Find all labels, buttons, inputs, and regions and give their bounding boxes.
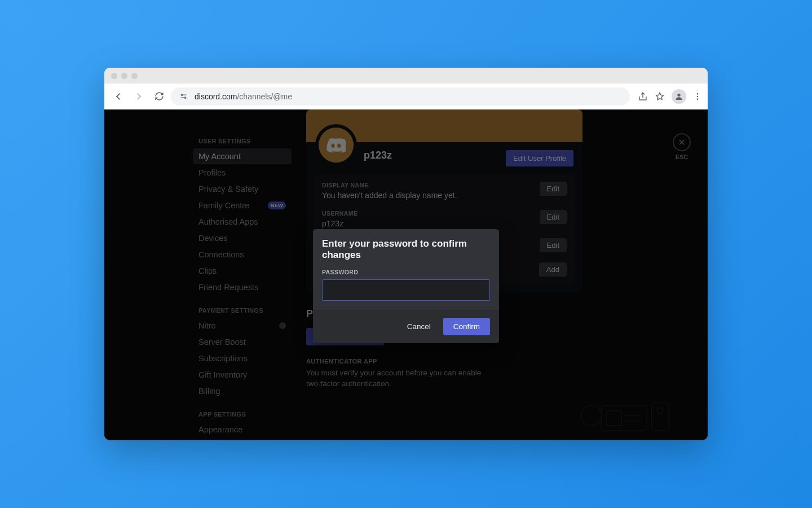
settings-sidebar: USER SETTINGSMy AccountProfilesPrivacy &…	[193, 134, 292, 440]
svg-point-7	[697, 98, 699, 100]
authenticator-app-description: You must verify your account before you …	[306, 368, 492, 389]
field-value: You haven't added a display name yet.	[322, 191, 457, 200]
sidebar-item[interactable]: Clips	[193, 263, 292, 279]
sidebar-section-header: USER SETTINGS	[193, 134, 292, 148]
sidebar-item[interactable]: Billing	[193, 383, 292, 399]
nitro-gem-icon	[279, 322, 286, 329]
field-value: p123z	[322, 219, 358, 228]
sidebar-item-label: Clips	[198, 266, 217, 275]
back-button[interactable]	[110, 88, 127, 105]
browser-profile-icon[interactable]	[672, 89, 686, 104]
new-badge: NEW	[268, 202, 286, 209]
sidebar-item[interactable]: Nitro	[193, 318, 292, 334]
sidebar-item-label: Nitro	[198, 321, 216, 330]
sidebar-item[interactable]: Family CentreNEW	[193, 198, 292, 213]
sidebar-item-label: Gift Inventory	[198, 370, 247, 379]
share-icon[interactable]	[638, 91, 648, 102]
sidebar-item-label: Devices	[198, 234, 228, 243]
sidebar-item[interactable]: Server Boost	[193, 334, 292, 350]
profile-avatar[interactable]	[315, 124, 357, 166]
profile-field-row: USERNAMEp123zEdit	[322, 210, 567, 228]
desktop-background: discord.com/channels/@me USER SETTINGSMy…	[11, 11, 801, 497]
sidebar-item-label: Appearance	[198, 425, 242, 434]
cancel-button[interactable]: Cancel	[399, 318, 439, 335]
decorative-illustration	[576, 391, 677, 436]
traffic-light-close[interactable]	[111, 73, 117, 79]
password-field-label: PASSWORD	[322, 269, 490, 275]
svg-point-10	[581, 406, 602, 426]
confirm-button[interactable]: Confirm	[443, 318, 490, 335]
sidebar-item[interactable]: Authorised Apps	[193, 214, 292, 230]
svg-point-5	[697, 93, 699, 95]
sidebar-item-label: Subscriptions	[198, 354, 248, 363]
traffic-light-max[interactable]	[131, 73, 138, 79]
esc-label: ESC	[673, 154, 691, 160]
sidebar-item-label: Privacy & Safety	[198, 185, 258, 194]
sidebar-item[interactable]: Appearance	[193, 422, 292, 437]
svg-point-4	[677, 93, 680, 96]
sidebar-item[interactable]: Subscriptions	[193, 351, 292, 366]
field-edit-button[interactable]: Edit	[540, 238, 567, 252]
sidebar-section-header: APP SETTINGS	[193, 408, 292, 421]
svg-point-0	[181, 94, 183, 96]
svg-point-2	[184, 97, 186, 99]
site-settings-icon[interactable]	[178, 91, 189, 102]
svg-rect-9	[606, 411, 621, 426]
sidebar-item[interactable]: Profiles	[193, 165, 292, 181]
sidebar-item-label: Server Boost	[198, 338, 246, 347]
sidebar-item-label: Billing	[198, 387, 220, 396]
settings-sidebar-column: USER SETTINGSMy AccountProfilesPrivacy &…	[104, 110, 296, 440]
password-confirm-modal: Enter your password to confirm changes P…	[313, 229, 499, 343]
traffic-light-min[interactable]	[121, 73, 127, 79]
sidebar-item-label: Family Centre	[198, 201, 249, 210]
password-input[interactable]	[322, 279, 490, 301]
url-host: discord.com/channels/@me	[195, 92, 292, 101]
bookmark-star-icon[interactable]	[655, 91, 665, 102]
address-bar[interactable]: discord.com/channels/@me	[171, 87, 630, 106]
sidebar-item-label: Friend Requests	[198, 283, 258, 292]
sidebar-item[interactable]: Privacy & Safety	[193, 181, 292, 197]
authenticator-app-label: AUTHENTICATOR APP	[306, 358, 687, 365]
svg-point-6	[697, 95, 699, 97]
field-edit-button[interactable]: Edit	[540, 182, 567, 196]
sidebar-item-label: Authorised Apps	[198, 217, 258, 226]
sidebar-item[interactable]: Accessibility	[193, 438, 292, 440]
sidebar-item[interactable]: My Account	[193, 148, 292, 164]
reload-button[interactable]	[151, 88, 167, 105]
sidebar-item[interactable]: Connections	[193, 247, 292, 262]
close-settings-button[interactable]: ESC	[673, 133, 691, 160]
sidebar-item[interactable]: Gift Inventory	[193, 367, 292, 383]
browser-menu-icon[interactable]	[693, 92, 702, 101]
forward-button[interactable]	[130, 88, 147, 105]
sidebar-section-header: PAYMENT SETTINGS	[193, 304, 292, 317]
field-label: DISPLAY NAME	[322, 182, 457, 189]
discord-viewport: USER SETTINGSMy AccountProfilesPrivacy &…	[104, 110, 708, 440]
modal-title: Enter your password to confirm changes	[322, 238, 490, 261]
browser-toolbar: discord.com/channels/@me	[104, 84, 708, 110]
field-label: USERNAME	[322, 210, 358, 217]
sidebar-item[interactable]: Devices	[193, 230, 292, 246]
field-edit-button[interactable]: Add	[539, 262, 567, 277]
window-titlebar	[104, 68, 708, 84]
sidebar-item-label: My Account	[198, 152, 241, 161]
edit-user-profile-button[interactable]: Edit User Profile	[506, 150, 573, 167]
close-icon	[673, 133, 691, 151]
profile-field-row: DISPLAY NAMEYou haven't added a display …	[322, 182, 567, 200]
sidebar-item[interactable]: Friend Requests	[193, 279, 292, 295]
browser-window: discord.com/channels/@me USER SETTINGSMy…	[104, 68, 708, 440]
sidebar-item-label: Connections	[198, 250, 244, 259]
profile-username: p123z	[364, 150, 392, 161]
sidebar-item-label: Profiles	[198, 168, 226, 177]
discord-logo-icon	[319, 128, 354, 163]
svg-point-12	[657, 408, 663, 414]
svg-rect-8	[602, 406, 647, 431]
field-edit-button[interactable]: Edit	[540, 210, 567, 224]
